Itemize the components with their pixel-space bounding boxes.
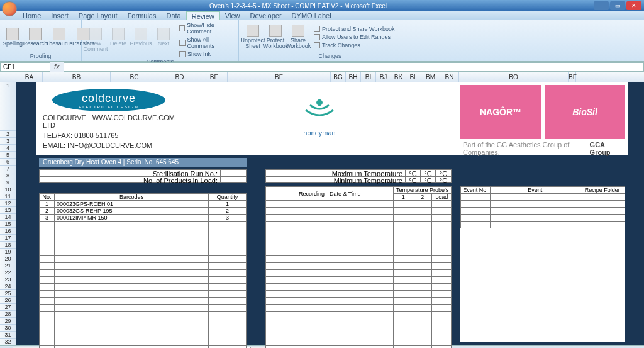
formula-input[interactable]: [64, 62, 644, 72]
row-22[interactable]: 22: [0, 269, 16, 276]
row-28[interactable]: 28: [0, 311, 16, 318]
col-BH[interactable]: BH: [346, 72, 361, 82]
delete-button: Delete: [107, 28, 130, 52]
name-box[interactable]: [0, 62, 50, 72]
tab-home[interactable]: Home: [18, 11, 46, 20]
row-3[interactable]: 3: [0, 138, 16, 145]
row-23[interactable]: 23: [0, 276, 16, 283]
col-BD[interactable]: BD: [158, 72, 201, 82]
row-14[interactable]: 14: [0, 214, 16, 221]
col-BA[interactable]: BA: [16, 72, 43, 82]
coldcurve-logo: coldcurve ELECTRICAL DESIGN: [52, 89, 165, 111]
row-18[interactable]: 18: [0, 242, 16, 249]
tab-page-layout[interactable]: Page Layout: [74, 11, 123, 20]
tab-view[interactable]: View: [220, 11, 245, 20]
row-31[interactable]: 31: [0, 332, 16, 339]
col-BO[interactable]: BO: [459, 72, 569, 82]
gca-text: Part of the GC Aesthetics Group of Compa…: [463, 141, 590, 156]
window-title: Oven's 1-2-3-4-5 - MX Sheet - COMPLEAT V…: [3, 3, 594, 9]
col-BF[interactable]: BF: [569, 72, 576, 82]
recording-table[interactable]: Recording - Date & TimeTemperature Probe…: [265, 186, 452, 348]
show-hide-comment-link[interactable]: Show/Hide Comment: [179, 21, 236, 35]
row-8[interactable]: 8: [0, 172, 16, 179]
row-6[interactable]: 6: [0, 159, 16, 166]
spelling-button[interactable]: Spelling: [3, 28, 23, 47]
nagor-logo: NAGÔR™: [460, 85, 541, 139]
allow-users-to-edit-ranges-link[interactable]: Allow Users to Edit Ranges: [313, 33, 395, 41]
tab-insert[interactable]: Insert: [46, 11, 74, 20]
group-proofing-label: Proofing: [3, 52, 79, 60]
col-BB[interactable]: BB: [43, 72, 111, 82]
col-BJ[interactable]: BJ: [376, 72, 391, 82]
group-changes-label: Changes: [242, 52, 418, 60]
select-all-corner[interactable]: [0, 72, 16, 82]
gca-logo: GCA Group: [590, 141, 623, 156]
unprotect-sheet-button[interactable]: UnprotectSheet: [242, 25, 264, 49]
row-4[interactable]: 4: [0, 145, 16, 152]
protect-and-share-workbook-link[interactable]: Protect and Share Workbook: [313, 25, 395, 33]
col-BM[interactable]: BM: [421, 72, 440, 82]
share-workbook-button[interactable]: ShareWorkbook: [287, 25, 309, 49]
col-BF[interactable]: BF: [228, 72, 331, 82]
track-changes-link[interactable]: Track Changes: [313, 42, 395, 49]
label-products: No. of Products in Load:: [40, 177, 221, 182]
row-10[interactable]: 10: [0, 186, 16, 193]
row-2[interactable]: 2: [0, 131, 16, 138]
row-1[interactable]: 1: [0, 82, 16, 131]
row-24[interactable]: 24: [0, 283, 16, 290]
row-20[interactable]: 20: [0, 255, 16, 262]
show-ink-link[interactable]: Show Ink: [179, 50, 236, 58]
row-5[interactable]: 5: [0, 152, 16, 159]
show-all-comments-link[interactable]: Show All Comments: [179, 36, 236, 50]
blank-panel: [460, 228, 625, 342]
office-button[interactable]: [2, 1, 17, 16]
col-BN[interactable]: BN: [440, 72, 459, 82]
row-32[interactable]: 32: [0, 339, 16, 345]
col-BI[interactable]: BI: [361, 72, 376, 82]
honeyman-logo: honeyman: [181, 82, 458, 155]
tab-formulas[interactable]: Formulas: [123, 11, 162, 20]
row-16[interactable]: 16: [0, 228, 16, 235]
col-BL[interactable]: BL: [406, 72, 421, 82]
tab-review[interactable]: Review: [186, 11, 220, 20]
row-17[interactable]: 17: [0, 235, 16, 242]
row-27[interactable]: 27: [0, 304, 16, 311]
row-15[interactable]: 15: [0, 221, 16, 228]
tab-dymo-label[interactable]: DYMO Label: [287, 11, 336, 20]
event-table[interactable]: Event No.EventRecipe Folder: [460, 186, 625, 228]
row-29[interactable]: 29: [0, 318, 16, 325]
previous-button: Previous: [130, 28, 152, 52]
row-25[interactable]: 25: [0, 290, 16, 297]
row-12[interactable]: 12: [0, 200, 16, 207]
thesaurus-button[interactable]: Thesaurus: [48, 28, 70, 47]
ribbon-tabs: HomeInsertPage LayoutFormulasDataReviewV…: [0, 11, 644, 20]
barcodes-table[interactable]: No.BarcodesQuantity1000023GPS-RCEH 01120…: [39, 193, 247, 348]
minimize-button[interactable]: –: [594, 1, 609, 10]
row-13[interactable]: 13: [0, 207, 16, 214]
maximize-button[interactable]: ▭: [610, 1, 625, 10]
close-button[interactable]: ✕: [626, 1, 641, 10]
tab-data[interactable]: Data: [161, 11, 186, 20]
research-button[interactable]: Research: [24, 28, 47, 47]
row-9[interactable]: 9: [0, 179, 16, 186]
col-BC[interactable]: BC: [111, 72, 158, 82]
oven-heading: Gruenberg Dry Heat Oven 4 | Serial No. 6…: [39, 158, 247, 167]
col-BG[interactable]: BG: [331, 72, 346, 82]
row-26[interactable]: 26: [0, 297, 16, 304]
label-mintemp: Minimum Temperature: [266, 177, 406, 182]
tab-developer[interactable]: Developer: [245, 11, 286, 20]
new-comment-button: NewComment: [84, 28, 107, 52]
header-banner: coldcurve ELECTRICAL DESIGN COLDCURVE LT…: [36, 82, 628, 155]
next-button: Next: [152, 28, 175, 52]
svg-text:honeyman: honeyman: [303, 129, 335, 137]
label-maxtemp: Maximum Temperature: [266, 170, 406, 176]
row-7[interactable]: 7: [0, 166, 16, 172]
protect-workbook-button[interactable]: ProtectWorkbook: [264, 25, 287, 49]
fx-icon[interactable]: fx: [50, 63, 64, 70]
row-21[interactable]: 21: [0, 262, 16, 269]
row-19[interactable]: 19: [0, 249, 16, 255]
row-11[interactable]: 11: [0, 193, 16, 200]
col-BE[interactable]: BE: [201, 72, 228, 82]
row-30[interactable]: 30: [0, 325, 16, 332]
col-BK[interactable]: BK: [391, 72, 406, 82]
